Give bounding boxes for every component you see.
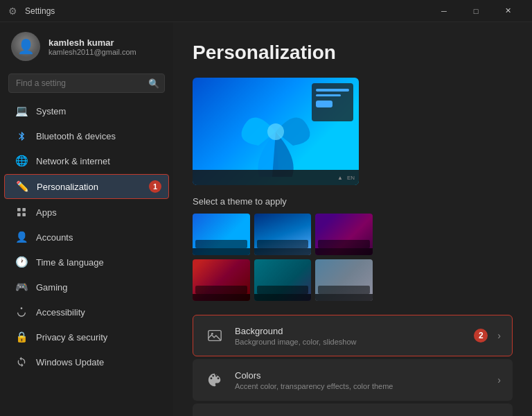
user-info: kamlesh kumar kamlesh2011@gmail.com <box>48 37 136 56</box>
user-profile[interactable]: 👤 kamlesh kumar kamlesh2011@gmail.com <box>0 22 173 71</box>
theme-section-label: Select a theme to apply <box>193 196 513 207</box>
svg-rect-2 <box>17 213 21 216</box>
accessibility-icon <box>15 306 28 318</box>
accounts-icon: 👤 <box>15 231 28 243</box>
sidebar: 👤 kamlesh kumar kamlesh2011@gmail.com 🔍 … <box>0 22 173 416</box>
page-title: Personalization <box>193 42 513 64</box>
nav-label-system: System <box>36 106 66 116</box>
settings-item-themes[interactable]: Themes Install, create, manage › <box>193 404 513 416</box>
nav-label-gaming: Gaming <box>36 282 68 293</box>
theme-thumb-5[interactable] <box>254 259 312 301</box>
apps-icon <box>15 206 28 218</box>
colors-desc: Accent color, transparency effects, colo… <box>235 382 488 390</box>
gaming-icon: 🎮 <box>15 281 28 293</box>
update-icon <box>15 356 28 368</box>
theme-thumb-4[interactable] <box>193 259 250 301</box>
nav-label-bluetooth: Bluetooth & devices <box>36 131 116 141</box>
nav-item-apps[interactable]: Apps <box>4 200 169 224</box>
personalization-badge: 1 <box>149 180 161 193</box>
colors-title: Colors <box>235 370 488 381</box>
bluetooth-icon <box>15 130 28 142</box>
nav-item-update[interactable]: Windows Update <box>4 350 169 374</box>
main-content: Personalization <box>173 22 532 416</box>
nav-item-privacy[interactable]: 🔒 Privacy & security <box>4 325 169 349</box>
nav-label-privacy: Privacy & security <box>36 332 107 343</box>
wallpaper-preview: ▲ EN <box>193 78 359 185</box>
windows-flower-svg <box>227 87 324 177</box>
minimize-button[interactable]: ─ <box>428 0 460 22</box>
titlebar: ⚙ Settings ─ □ ✕ <box>0 0 532 22</box>
user-name: kamlesh kumar <box>48 37 136 48</box>
theme-thumb-2[interactable] <box>254 214 312 255</box>
svg-rect-0 <box>17 208 21 211</box>
theme-thumb-6[interactable] <box>315 259 373 301</box>
preview-taskbar: ▲ EN <box>193 170 359 185</box>
background-desc: Background image, color, slideshow <box>235 338 464 346</box>
theme-grid <box>193 214 373 301</box>
window-controls: ─ □ ✕ <box>428 0 524 22</box>
maximize-button[interactable]: □ <box>460 0 492 22</box>
time-icon: 🕐 <box>15 256 28 268</box>
nav-item-accessibility[interactable]: Accessibility <box>4 300 169 324</box>
nav-label-time: Time & language <box>36 257 104 268</box>
svg-rect-1 <box>22 208 26 211</box>
settings-item-background[interactable]: Background Background image, color, slid… <box>193 315 513 356</box>
window: ⚙ Settings ─ □ ✕ 👤 kamlesh kumar kamlesh… <box>0 0 532 416</box>
nav-item-time[interactable]: 🕐 Time & language <box>4 250 169 274</box>
svg-rect-3 <box>22 213 26 216</box>
avatar: 👤 <box>11 32 40 61</box>
colors-text: Colors Accent color, transparency effect… <box>235 370 488 390</box>
search-icon: 🔍 <box>148 78 159 89</box>
preview-widget <box>312 83 353 121</box>
system-icon: 💻 <box>15 105 28 117</box>
background-chevron: › <box>497 330 501 341</box>
nav-item-gaming[interactable]: 🎮 Gaming <box>4 275 169 299</box>
search-box: 🔍 <box>8 73 165 93</box>
network-icon: 🌐 <box>15 155 28 167</box>
personalization-icon: ✏️ <box>16 180 28 193</box>
user-email: kamlesh2011@gmail.com <box>48 48 136 56</box>
background-text: Background Background image, color, slid… <box>235 326 464 346</box>
nav-label-personalization: Personalization <box>37 182 98 192</box>
svg-point-6 <box>267 123 284 140</box>
close-button[interactable]: ✕ <box>492 0 524 22</box>
avatar-image: 👤 <box>11 32 40 61</box>
content-area: 👤 kamlesh kumar kamlesh2011@gmail.com 🔍 … <box>0 22 532 416</box>
background-badge: 2 <box>474 329 488 343</box>
theme-thumb-1[interactable] <box>193 214 250 255</box>
colors-icon <box>204 370 225 390</box>
nav-item-accounts[interactable]: 👤 Accounts <box>4 225 169 249</box>
theme-thumb-3[interactable] <box>315 214 373 255</box>
nav-item-system[interactable]: 💻 System <box>4 99 169 123</box>
svg-point-8 <box>211 333 213 335</box>
nav-label-apps: Apps <box>36 207 57 218</box>
nav-item-personalization[interactable]: ✏️ Personalization 1 <box>4 174 169 199</box>
settings-list: Background Background image, color, slid… <box>193 315 513 416</box>
background-title: Background <box>235 326 464 336</box>
privacy-icon: 🔒 <box>15 331 28 343</box>
nav-label-network: Network & internet <box>36 156 110 166</box>
nav-item-network[interactable]: 🌐 Network & internet <box>4 149 169 173</box>
search-input[interactable] <box>8 73 165 93</box>
nav-label-accounts: Accounts <box>36 232 73 243</box>
settings-item-colors[interactable]: Colors Accent color, transparency effect… <box>193 359 513 401</box>
nav-item-bluetooth[interactable]: Bluetooth & devices <box>4 124 169 148</box>
titlebar-title: Settings <box>25 6 428 16</box>
colors-chevron: › <box>497 374 501 385</box>
nav-label-accessibility: Accessibility <box>36 307 85 318</box>
background-icon <box>204 325 225 346</box>
settings-icon: ⚙ <box>8 6 19 17</box>
nav-label-update: Windows Update <box>36 357 104 367</box>
